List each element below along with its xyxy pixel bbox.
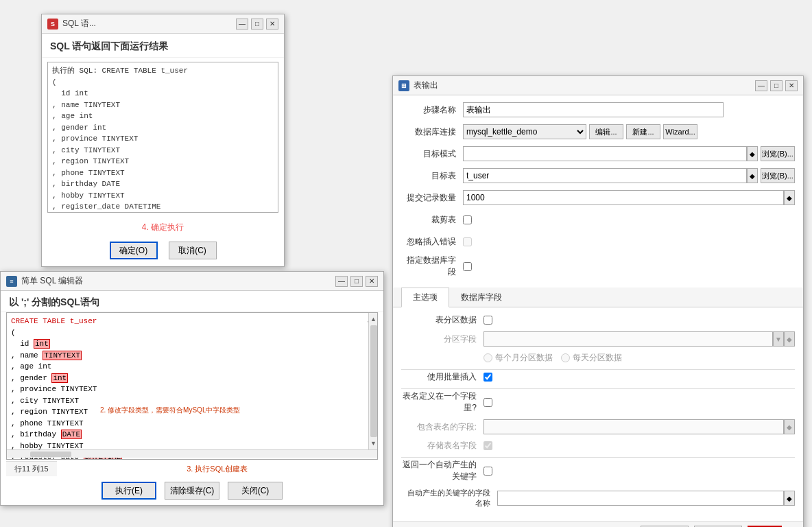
truncate-label: 裁剪表	[401, 214, 463, 226]
execute-button[interactable]: 执行(E)	[102, 482, 156, 500]
sql-result-titlebar: S SQL 语... — □ ✕	[42, 14, 284, 34]
partition-field-input[interactable]	[483, 331, 773, 347]
table-output-window: ⊞ 表输出 — □ ✕ 步骤名称 数据库连接 mysql_kettle_demo…	[392, 75, 804, 527]
vertical-scrollbar[interactable]: ▲ ▼	[368, 313, 378, 449]
sql-editor-icon: ≡	[6, 276, 17, 287]
store-table-name-row: 存储表名字段	[401, 440, 795, 452]
ignore-errors-row: 忽略插入错误	[401, 233, 795, 250]
partition-type-row: 每个月分区数据 每天分区数据	[401, 352, 795, 364]
specify-fields-label: 指定数据库字段	[401, 255, 463, 278]
tab-content-main: 表分区数据 分区字段 ▼ ◆ 每个月分区数据 每天分区数据	[393, 307, 803, 521]
daily-radio[interactable]	[561, 353, 570, 362]
browse-btn-1[interactable]: 浏览(B)...	[761, 146, 795, 161]
code-line-1: CREATE TABLE t_user	[11, 316, 373, 327]
batch-insert-checkbox[interactable]	[483, 373, 492, 382]
code-line-8: , city TINYTEXT	[11, 395, 373, 407]
editor-btn-row: 执行(E) 清除缓存(C) 关闭(C)	[1, 478, 383, 505]
partition-data-label: 表分区数据	[401, 314, 483, 326]
highlight-int3: int	[51, 373, 68, 383]
table-minimize-btn[interactable]: —	[755, 80, 767, 91]
code-line-6: , gender int	[11, 373, 373, 384]
partition-field-arrow[interactable]: ▼	[773, 331, 784, 347]
target-table-arrow[interactable]: ◆	[747, 168, 758, 183]
new-btn[interactable]: 新建...	[626, 124, 660, 139]
commit-size-arrow[interactable]: ◆	[784, 190, 795, 205]
editor-restore-btn[interactable]: □	[350, 276, 363, 287]
clear-button[interactable]: 清除缓存(C)	[165, 482, 219, 500]
target-mode-label: 目标模式	[401, 148, 463, 160]
edit-btn[interactable]: 编辑...	[589, 124, 623, 139]
code-line-7: , province TINYTEXT	[11, 384, 373, 395]
step-name-row: 步骤名称	[401, 101, 795, 119]
target-table-input[interactable]	[463, 168, 747, 183]
tab-db-fields[interactable]: 数据库字段	[449, 288, 514, 307]
truncate-checkbox[interactable]	[463, 215, 472, 224]
contains-table-name-input[interactable]	[483, 419, 784, 434]
editor-close-btn[interactable]: ✕	[366, 276, 378, 287]
commit-size-input[interactable]	[463, 190, 784, 205]
partition-field-row: 分区字段 ▼ ◆	[401, 331, 795, 347]
store-table-name-checkbox[interactable]	[483, 441, 492, 450]
browse-btn-2[interactable]: 浏览(B)...	[761, 168, 795, 183]
editor-minimize-btn[interactable]: —	[335, 276, 348, 287]
table-output-titlebar: ⊞ 表输出 — □ ✕	[393, 76, 803, 95]
table-output-icon: ⊞	[398, 80, 409, 91]
contains-table-name-row: 包含表名的字段: ◆	[401, 419, 795, 434]
highlight-int1: int	[34, 339, 50, 349]
db-connection-row: 数据库连接 mysql_kettle_demo 编辑... 新建... Wiza…	[401, 123, 795, 141]
sql-code-scroll[interactable]: CREATE TABLE t_user ( id int , name TINY…	[7, 313, 377, 459]
close-btn[interactable]: ✕	[266, 19, 278, 30]
table-name-field-checkbox[interactable]	[483, 398, 492, 407]
sql-editor-header: 以 ';' 分割的SQL语句	[1, 291, 383, 312]
auto-key-field-row: 自动产生的关键字的字段名称 ◆	[401, 488, 795, 508]
table-output-title: 表输出	[414, 80, 438, 91]
db-connection-select[interactable]: mysql_kettle_demo	[463, 124, 586, 139]
annotation-execute: 4. 确定执行	[42, 219, 284, 236]
tab-main-options[interactable]: 主选项	[401, 288, 449, 307]
code-line-2: (	[11, 327, 373, 339]
table-restore-btn[interactable]: □	[770, 80, 783, 91]
batch-insert-label: 使用批量插入	[401, 371, 483, 383]
target-mode-input[interactable]	[463, 146, 747, 161]
ignore-errors-checkbox[interactable]	[463, 237, 472, 246]
auto-key-field-input[interactable]	[497, 491, 784, 506]
partition-data-checkbox[interactable]	[483, 316, 492, 325]
sql-editor-titlebar: ≡ 简单 SQL 编辑器 — □ ✕	[1, 272, 383, 291]
cancel-button[interactable]: 取消(C)	[169, 242, 217, 259]
restore-btn[interactable]: □	[251, 19, 263, 30]
sql-result-textarea[interactable]: 执行的 SQL: CREATE TABLE t_user ( id int , …	[47, 62, 278, 213]
target-mode-row: 目标模式 ◆ 浏览(B)...	[401, 145, 795, 163]
minimize-btn[interactable]: —	[236, 19, 248, 30]
partition-field-diamond[interactable]: ◆	[784, 331, 795, 347]
target-mode-arrow[interactable]: ◆	[747, 146, 758, 161]
sql-result-title: SQL 语...	[62, 18, 96, 30]
return-key-checkbox[interactable]	[483, 467, 492, 476]
confirm-button[interactable]: 确定(O)	[110, 242, 158, 259]
sql-result-icon: S	[47, 19, 58, 30]
code-line-10: , phone TINYTEXT	[11, 418, 373, 430]
wizard-btn[interactable]: Wizard...	[663, 124, 697, 139]
truncate-row: 裁剪表	[401, 211, 795, 229]
store-table-name-label: 存储表名字段	[401, 440, 483, 452]
form-section-top: 步骤名称 数据库连接 mysql_kettle_demo 编辑... 新建...…	[393, 95, 803, 288]
monthly-radio[interactable]	[483, 353, 492, 362]
partition-radio-group: 每个月分区数据 每天分区数据	[483, 352, 622, 364]
code-line-4: , name TINYTEXT	[11, 350, 373, 362]
table-close-btn[interactable]: ✕	[785, 80, 798, 91]
horizontal-scrollbar[interactable]	[7, 449, 377, 458]
table-name-field-label: 表名定义在一个字段里?	[401, 390, 483, 414]
sql-result-content: 执行的 SQL: CREATE TABLE t_user ( id int , …	[42, 58, 284, 219]
table-name-field-row: 表名定义在一个字段里?	[401, 390, 795, 414]
specify-fields-checkbox[interactable]	[463, 262, 472, 271]
monthly-partition-label: 每个月分区数据	[483, 352, 553, 364]
ignore-errors-label: 忽略插入错误	[401, 236, 463, 248]
auto-key-field-diamond[interactable]: ◆	[784, 491, 795, 506]
contains-table-name-diamond[interactable]: ◆	[784, 419, 795, 434]
specify-fields-row: 指定数据库字段	[401, 255, 795, 278]
return-key-label: 返回一个自动产生的关键字	[401, 459, 483, 482]
sql-result-header: SQL 语句返回下面运行结果	[42, 34, 284, 58]
editor-close-button[interactable]: 关闭(C)	[228, 482, 283, 500]
partition-field-label: 分区字段	[401, 333, 483, 345]
step-name-input[interactable]	[463, 102, 724, 117]
step-name-label: 步骤名称	[401, 104, 463, 116]
